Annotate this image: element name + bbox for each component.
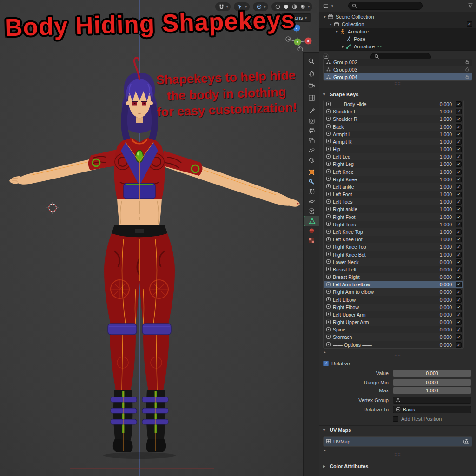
shape-key-row[interactable]: Back1.000✓ [324,123,463,131]
tab-modifiers[interactable] [304,177,319,187]
lock-icon[interactable] [465,67,469,73]
vertex-group-row[interactable]: Group.004 [324,73,472,81]
shape-key-value[interactable]: 0.000 [430,327,452,332]
disclosure-icon[interactable]: ▾ [322,15,327,19]
shape-key-row[interactable]: Right ankle1.000✓ [324,205,463,213]
filter-funnel-icon[interactable] [468,2,473,10]
shape-key-checkbox[interactable]: ✓ [456,259,462,265]
tab-constraints[interactable] [304,206,319,216]
shape-key-value[interactable]: 1.000 [430,252,452,258]
shape-key-row[interactable]: Breast Left0.000✓ [324,266,463,273]
add-rest-position-checkbox[interactable] [393,416,398,422]
shape-key-value[interactable]: 1.000 [430,244,452,250]
chevron-down-icon[interactable]: ▾ [308,5,310,8]
pan-hand-icon[interactable] [306,68,317,79]
shape-key-value[interactable]: 1.000 [430,132,452,137]
resize-grip[interactable]: :::: [319,81,476,86]
outliner-row[interactable]: ▾Collection✓ [319,20,476,28]
shape-key-checkbox[interactable]: ✓ [456,289,462,295]
shape-key-row[interactable]: —— Body Hide ——0.000✓ [324,100,463,108]
tab-view-layer[interactable] [304,136,319,145]
shape-key-value[interactable]: 1.000 [430,192,452,197]
shape-key-row[interactable]: Right Leg1.000✓ [324,160,463,168]
shape-key-row[interactable]: Hip1.000✓ [324,145,463,153]
shape-key-checkbox[interactable]: ✓ [456,206,462,212]
shape-key-checkbox[interactable]: ✓ [456,252,462,258]
shape-key-row[interactable]: —— Options ——0.000✓ [324,341,463,349]
uv-maps-section-header[interactable]: ▾ UV Maps [319,425,476,434]
outliner-row[interactable]: Pose [319,35,476,43]
shape-key-row[interactable]: Left Knee Bot1.000✓ [324,236,463,243]
range-min-field[interactable]: 0.000 [393,379,471,386]
shape-key-checkbox[interactable]: ✓ [456,304,462,310]
camera-view-icon[interactable] [306,80,317,91]
shape-key-row[interactable]: Armpit R1.000✓ [324,138,463,145]
zoom-icon[interactable] [306,56,317,66]
lock-icon[interactable] [465,74,469,80]
relative-checkbox[interactable]: ✓ [323,361,329,366]
shape-key-row[interactable]: Shoulder R1.000✓ [324,115,463,123]
shape-key-value[interactable]: 0.000 [430,334,452,340]
outliner-row[interactable]: ▾Scene Collection [319,13,476,20]
shape-key-value[interactable]: 1.000 [430,139,452,145]
disclosure-icon[interactable]: ▾ [328,22,333,26]
shape-key-row[interactable]: Right Knee Bot1.000✓ [324,251,463,258]
lock-icon[interactable] [465,60,469,65]
shape-key-checkbox[interactable]: ✓ [456,267,462,272]
shape-key-checkbox[interactable]: ✓ [456,199,462,205]
shape-key-checkbox[interactable]: ✓ [456,282,462,287]
shape-key-row[interactable]: Left Upper Arm0.000✓ [324,311,463,318]
tab-texture[interactable] [304,236,319,245]
shape-key-row[interactable]: Shoulder L1.000✓ [324,108,463,115]
disclosure-icon[interactable]: ▾ [334,30,339,34]
shape-key-checkbox[interactable]: ✓ [456,192,462,197]
tab-object-data[interactable] [304,216,319,226]
shape-key-row[interactable]: Right Toes1.000✓ [324,221,463,228]
shape-key-checkbox[interactable]: ✓ [456,146,462,152]
shape-key-value[interactable]: 0.000 [430,259,452,265]
shape-key-row[interactable]: Left ankle1.000✓ [324,183,463,191]
shape-key-row[interactable]: Stomach0.000✓ [324,333,463,341]
shape-key-checkbox[interactable]: ✓ [456,132,462,137]
uv-map-row[interactable]: UVMap [324,437,472,446]
shape-key-checkbox[interactable]: ✓ [456,312,462,317]
shape-key-row[interactable]: Right Elbow0.000✓ [324,304,463,311]
outliner-editor-icon[interactable] [322,2,329,9]
shape-key-checkbox[interactable]: ✓ [456,244,462,250]
shape-key-row[interactable]: Left Toes1.000✓ [324,198,463,205]
vertex-group-row[interactable]: Group.003 [324,66,472,73]
color-attributes-section-header[interactable]: ▸ Color Attributes [319,462,476,470]
outliner-search[interactable] [348,2,423,10]
shape-key-value[interactable]: 0.000 [430,342,452,348]
relative-to-field[interactable]: Basis [393,406,471,413]
shape-key-checkbox[interactable]: ✓ [456,327,462,332]
shape-key-checkbox[interactable]: ✓ [456,101,462,107]
shape-key-checkbox[interactable]: ✓ [456,237,462,242]
shape-key-checkbox[interactable]: ✓ [456,161,462,167]
chevron-down-icon[interactable]: ▾ [331,4,333,7]
value-slider[interactable]: 0.000 [393,370,471,377]
shape-key-row[interactable]: Left Arm to elbow0.000✓ [324,281,463,288]
outliner-search-input[interactable] [359,3,419,9]
shape-key-value[interactable]: 1.000 [430,199,452,205]
shape-key-row[interactable]: Left Elbow0.000✓ [324,296,463,303]
shape-key-value[interactable]: 1.000 [430,214,452,220]
viewport-3d[interactable]: ▾ ▾ ▾ ▾ Options ▾ [0,0,319,476]
shape-key-checkbox[interactable]: ✓ [456,222,462,227]
shape-key-checkbox[interactable]: ✓ [456,184,462,190]
vertex-group-row[interactable]: Group.002 [324,59,472,66]
shape-key-row[interactable]: Armpit L1.000✓ [324,131,463,138]
shape-key-checkbox[interactable]: ✓ [456,124,462,130]
shape-key-value[interactable]: 1.000 [430,206,452,212]
tab-scene[interactable] [304,145,319,155]
tab-material[interactable] [304,226,319,236]
shape-key-row[interactable]: Right Arm to elbow0.000✓ [324,288,463,296]
resize-grip[interactable]: :::: [319,452,476,456]
shape-key-value[interactable]: 1.000 [430,154,452,159]
outliner-row[interactable]: ▾Armature [319,28,476,35]
shape-key-value[interactable]: 1.000 [430,124,452,130]
grid-icon[interactable] [306,93,317,103]
tab-object[interactable] [304,167,319,177]
shape-key-value[interactable]: 0.000 [430,297,452,303]
collection-checkbox[interactable]: ✓ [467,21,472,27]
